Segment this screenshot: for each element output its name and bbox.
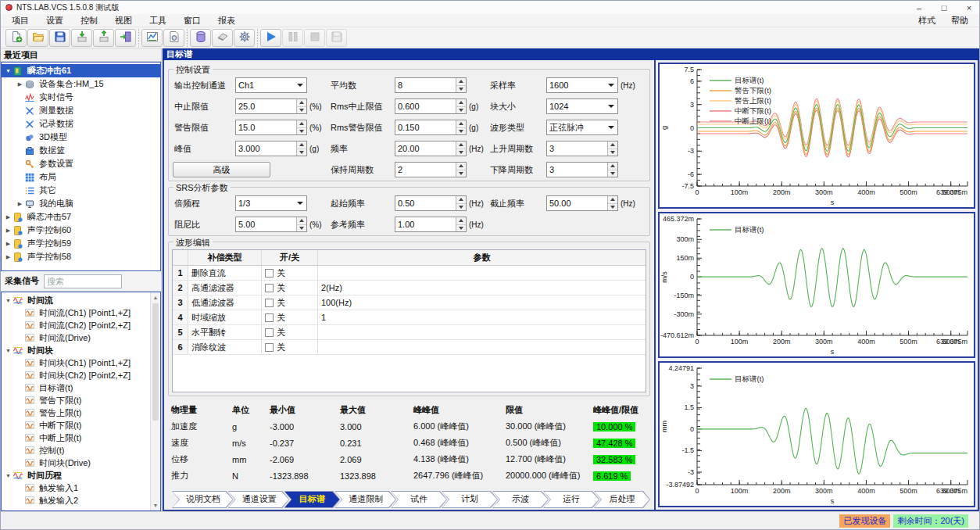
table-row[interactable]: 4时域缩放关1 — [173, 310, 646, 325]
expander-down-icon[interactable]: ▼ — [3, 473, 13, 478]
chevron-down-icon[interactable] — [297, 84, 303, 90]
chart-displacement[interactable]: 0100m200m300m400m500m600m639.375m4.24791… — [658, 361, 975, 507]
combo-box[interactable]: 1600 — [546, 77, 618, 93]
expander-right-icon[interactable]: ▶ — [3, 227, 13, 234]
menu-item[interactable]: 控制 — [73, 14, 106, 27]
spin-down-icon[interactable] — [608, 170, 617, 177]
tree-item[interactable]: 时间块(Ch1) [Point1,+Z] — [2, 356, 150, 369]
tree-item[interactable]: 警告下限(t) — [2, 394, 150, 406]
expander-down-icon[interactable]: ▼ — [3, 348, 13, 353]
tree-item[interactable]: ▶声学控制60 — [2, 224, 160, 237]
tree-item[interactable]: 中断下限(t) — [2, 419, 150, 432]
report-button[interactable] — [163, 29, 184, 47]
spin-up-icon[interactable] — [297, 99, 306, 107]
menu-item[interactable]: 设置 — [38, 14, 71, 27]
spin-down-icon[interactable] — [456, 86, 466, 93]
save-project-button[interactable] — [49, 29, 70, 47]
spin-down-icon[interactable] — [608, 204, 617, 211]
spin-down-icon[interactable] — [456, 204, 466, 211]
spin-box[interactable]: 0.50 — [395, 195, 467, 211]
close-project-button[interactable] — [115, 29, 136, 47]
tree-item[interactable]: 触发输入2 — [2, 494, 150, 507]
tree-item[interactable]: 触发输入1 — [2, 482, 150, 494]
spin-up-icon[interactable] — [456, 78, 466, 86]
workflow-tab[interactable]: 目标谱 — [284, 491, 340, 508]
advanced-button[interactable]: 高级 — [173, 162, 270, 177]
tree-item[interactable]: 3D模型 — [2, 131, 160, 144]
spin-down-icon[interactable] — [297, 128, 306, 135]
spin-box[interactable]: 3 — [546, 141, 618, 156]
database-button[interactable] — [190, 29, 211, 47]
spin-up-icon[interactable] — [456, 120, 466, 128]
spin-box[interactable]: 8 — [395, 77, 467, 93]
expander-right-icon[interactable]: ▶ — [3, 241, 13, 247]
spin-down-icon[interactable] — [456, 149, 466, 156]
spin-down-icon[interactable] — [297, 225, 306, 232]
tree-item[interactable]: 中断上限(t) — [2, 432, 150, 444]
tree-item[interactable]: 时间块(Drive) — [2, 457, 150, 469]
tree-item[interactable]: 参数设置 — [2, 157, 160, 170]
open-project-button[interactable] — [27, 29, 48, 47]
spin-up-icon[interactable] — [608, 196, 617, 204]
tree-item[interactable]: 时间流(Ch2) [Point2,+Z] — [2, 319, 150, 331]
tree-item[interactable]: 测量数据 — [2, 104, 160, 117]
tree-item[interactable]: ▶声学控制58 — [2, 250, 160, 263]
workflow-tab[interactable]: 运行 — [543, 491, 599, 508]
menu-item[interactable]: 样式 — [910, 14, 943, 27]
tree-item[interactable]: ▶瞬态冲击57 — [2, 210, 160, 224]
table-row[interactable]: 5水平翻转关 — [173, 325, 646, 340]
spin-box[interactable]: 2 — [395, 162, 467, 177]
param-cell[interactable]: 2(Hz) — [318, 281, 646, 295]
tree-item[interactable]: ▼时间块 — [2, 344, 150, 356]
tree-item[interactable]: 控制(t) — [2, 444, 150, 457]
table-row[interactable]: 3低通滤波器关100(Hz) — [173, 295, 646, 310]
spin-up-icon[interactable] — [297, 120, 306, 128]
spin-box[interactable]: 25.0 — [235, 98, 307, 114]
menu-item[interactable]: 工具 — [141, 14, 174, 27]
tree-item[interactable]: 时间流(Ch1) [Point1,+Z] — [2, 306, 150, 319]
menu-item[interactable]: 帮助 — [943, 14, 976, 27]
spin-up-icon[interactable] — [297, 141, 306, 149]
export-button[interactable] — [93, 29, 114, 47]
tree-item[interactable]: ▶设备集合:HM_15 — [2, 77, 160, 91]
switch-checkbox[interactable] — [265, 328, 274, 337]
param-cell[interactable] — [318, 325, 646, 339]
eraser-button[interactable] — [212, 29, 233, 47]
chart-velocity[interactable]: 0100m200m300m400m500m600m639.375m465.372… — [658, 212, 975, 358]
switch-checkbox[interactable] — [265, 269, 274, 278]
table-row[interactable]: 1删除直流关 — [173, 266, 646, 281]
spin-box[interactable]: 50.00 — [546, 195, 618, 211]
combo-box[interactable]: 1/3 — [235, 195, 307, 211]
expander-right-icon[interactable]: ▶ — [15, 201, 25, 207]
import-button[interactable] — [71, 29, 92, 47]
spin-up-icon[interactable] — [608, 141, 617, 149]
search-input[interactable] — [44, 274, 122, 288]
param-cell[interactable]: 1 — [318, 310, 646, 324]
settings-gear-button[interactable] — [234, 29, 255, 47]
menu-item[interactable]: 视图 — [107, 14, 140, 27]
switch-checkbox[interactable] — [265, 299, 274, 307]
spin-up-icon[interactable] — [456, 99, 466, 107]
scroll-thumb[interactable] — [152, 303, 159, 421]
switch-checkbox[interactable] — [265, 343, 274, 352]
tree-item[interactable]: 其它 — [2, 184, 160, 197]
expander-right-icon[interactable]: ▶ — [15, 81, 25, 88]
switch-checkbox[interactable] — [265, 313, 274, 322]
chevron-down-icon[interactable] — [608, 84, 614, 90]
tree-item[interactable]: 警告上限(t) — [2, 406, 150, 419]
table-row[interactable]: 6消除纹波关 — [173, 340, 646, 355]
tree-item[interactable]: ▼瞬态冲击61 — [2, 64, 160, 77]
tree-item[interactable]: ▼时间历程 — [2, 469, 150, 482]
menu-item[interactable]: 窗口 — [176, 14, 209, 27]
scroll-up-icon[interactable]: ▲ — [151, 292, 160, 303]
workflow-tab[interactable]: 示波 — [492, 491, 549, 508]
minimize-button[interactable]: – — [914, 3, 925, 13]
workflow-tab[interactable]: 试件 — [391, 491, 447, 508]
workflow-tab[interactable]: 通道限制 — [334, 491, 396, 508]
tree-item[interactable]: 记录数据 — [2, 117, 160, 131]
chevron-down-icon[interactable] — [608, 105, 614, 111]
spin-up-icon[interactable] — [456, 163, 466, 170]
spin-down-icon[interactable] — [456, 128, 466, 135]
spin-up-icon[interactable] — [456, 196, 466, 204]
spin-box[interactable]: 1.00 — [395, 217, 467, 232]
